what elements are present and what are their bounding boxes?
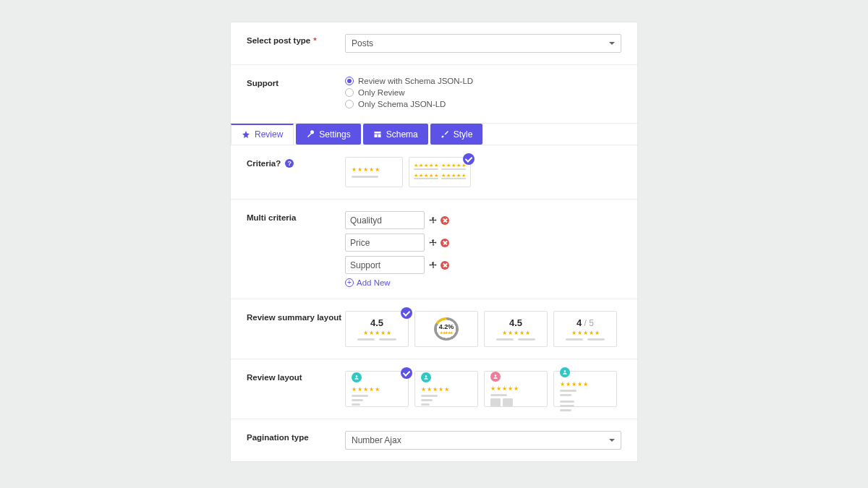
radio-label: Only Review [358,88,405,97]
chevron-down-icon [609,42,615,45]
section-summary-layout: Review summary layout 4.5 ★★★★★ 4.2% ★★★… [231,299,637,359]
add-criteria-button[interactable]: + Add New [345,278,621,287]
label-support: Support [247,77,345,87]
stars-icon: ★★★★★ [421,387,449,393]
placeholder-bar-icon [414,178,438,179]
tab-review[interactable]: Review [231,124,294,145]
summary-score: 4.5 [370,317,383,328]
placeholder-bar-icon [560,390,576,392]
move-icon[interactable] [429,216,438,225]
add-new-label: Add New [357,278,391,287]
radio-unchecked-icon [345,100,354,108]
placeholder-bar-icon [560,401,574,403]
radio-only-review[interactable]: Only Review [345,88,621,97]
check-badge-icon [401,367,412,379]
ring-percent: 4.2% [439,323,454,330]
section-post-type: Select post type * Posts [231,22,637,65]
stars-icon: ★★★★★ [414,174,438,179]
placeholder-bar-icon [560,405,574,407]
review-layout-d[interactable]: ★★★★★ [553,371,617,407]
radio-label: Only Schema JSON-LD [358,100,446,108]
required-asterisk-icon: * [313,36,316,45]
move-icon[interactable] [429,239,438,247]
placeholder-bar-icon [560,409,571,411]
criteria-layout-single[interactable]: ★★★★★ [345,157,403,187]
placeholder-bar-icon [352,176,378,178]
radio-schema-review[interactable]: Review with Schema JSON-LD [345,77,621,85]
placeholder-bar-icon [441,168,466,170]
avatar-icon [421,372,431,382]
radio-only-schema[interactable]: Only Schema JSON-LD [345,100,621,108]
placeholder-bar-icon [441,178,466,179]
stars-icon: ★★★★★ [352,387,380,393]
placeholder-bar-icon [352,399,363,401]
plus-circle-icon: + [345,278,354,287]
help-icon[interactable]: ? [285,159,294,168]
section-multi-criteria: Multi criteria [231,200,637,299]
tab-label: Style [454,129,473,140]
criteria-input-price[interactable] [345,234,425,252]
post-type-select[interactable]: Posts [345,34,621,53]
review-layout-c[interactable]: ★★★★★ [484,371,548,407]
stars-icon: ★★★★★ [441,174,466,179]
brush-icon [441,130,449,139]
summary-score: 4 / 5 [576,317,594,328]
summary-layout-fraction[interactable]: 4 / 5 ★★★★★ [553,311,617,347]
placeholder-bar-icon [421,399,433,401]
delete-icon[interactable] [441,261,449,270]
tab-label: Settings [319,129,350,140]
radio-label: Review with Schema JSON-LD [358,77,473,85]
summary-layout-score-stars[interactable]: 4.5 ★★★★★ [345,311,409,347]
criteria-input-support[interactable] [345,256,425,274]
placeholder-bar-icon [421,403,430,406]
section-review-layout: Review layout ★★★★★ [231,359,637,419]
label-summary-layout: Review summary layout [247,311,345,322]
placeholder-bar-icon [560,394,571,396]
review-layout-a[interactable]: ★★★★★ [345,371,409,407]
tab-schema[interactable]: Schema [363,124,428,145]
check-badge-icon [401,307,412,319]
chevron-down-icon [609,439,615,442]
placeholder-bar-icon [352,395,368,397]
tab-style[interactable]: Style [430,124,483,145]
stars-icon: ★★★★★ [571,330,600,336]
move-icon[interactable] [429,261,438,270]
stars-icon: ★★★★★ [441,163,466,168]
label-pagination: Pagination type [247,431,345,442]
section-pagination: Pagination type Number Ajax [231,419,637,461]
placeholder-bar-icon [414,168,438,170]
criteria-row [345,256,621,274]
radio-unchecked-icon [345,88,354,97]
summary-layout-ring[interactable]: 4.2% ★★★★★ [414,311,478,347]
criteria-row [345,234,621,252]
stars-icon: ★★★★★ [490,386,519,392]
wrench-icon [306,130,315,139]
delete-icon[interactable] [441,216,449,225]
avatar-icon [560,367,570,377]
placeholder-bar-icon [421,395,438,397]
summary-score: 4.5 [509,317,522,328]
criteria-input-quality[interactable] [345,211,425,229]
review-layout-b[interactable]: ★★★★★ [414,371,478,407]
avatar-icon [490,372,501,382]
placeholder-bar-icon [352,403,360,406]
pagination-select[interactable]: Number Ajax [345,431,621,450]
stars-icon: ★★★★★ [352,167,396,173]
placeholder-bar-icon [490,394,507,396]
label-review-layout: Review layout [247,371,345,382]
post-type-value: Posts [352,38,373,48]
stars-icon: ★★★★★ [414,163,438,168]
delete-icon[interactable] [441,239,449,247]
radio-checked-icon [345,77,354,85]
avatar-icon [352,372,362,382]
tab-label: Review [255,129,283,140]
pagination-value: Number Ajax [352,435,401,445]
tab-settings[interactable]: Settings [296,124,360,145]
section-criteria: Criteria? ? ★★★★★ ★★★★★ [231,145,637,200]
criteria-layout-multi[interactable]: ★★★★★ ★★★★★ ★★★★★ ★★★★★ [409,157,471,187]
tabs: Review Settings Schema Style [231,124,637,145]
summary-layout-score-bars[interactable]: 4.5 ★★★★★ [484,311,548,347]
section-support: Support Review with Schema JSON-LD Only … [231,65,637,124]
check-badge-icon [463,153,475,165]
grid-icon [373,130,382,139]
